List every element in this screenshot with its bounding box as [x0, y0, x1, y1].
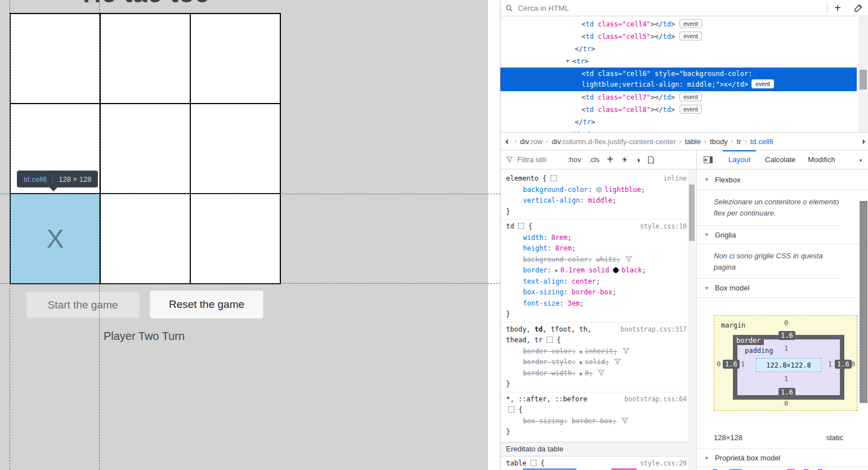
markup-node-tbody-close[interactable]: </tbody>	[500, 128, 858, 132]
board-cell-6-highlighted[interactable]: X	[10, 194, 100, 284]
declaration[interactable]: box-sizing:border-box;	[500, 287, 689, 298]
event-badge[interactable]: event	[751, 79, 774, 88]
board-cell-1[interactable]	[100, 14, 190, 104]
board-cell-0[interactable]	[10, 14, 100, 104]
breadcrumb-item-div-row[interactable]: div.row	[520, 137, 543, 146]
board-cell-5[interactable]	[190, 104, 280, 194]
declaration[interactable]: border:0.1rem solid black;	[500, 265, 689, 276]
padding-top-value[interactable]: 1	[714, 344, 858, 352]
tab-changes[interactable]: Modifich	[808, 150, 835, 169]
tab-layout[interactable]: Layout	[728, 150, 750, 169]
highlight-target-icon[interactable]	[530, 460, 536, 466]
rule-selector[interactable]: elemento	[506, 174, 539, 182]
markup-node-cell7[interactable]: <td class="cell7"></td>event	[500, 91, 858, 104]
declaration-overridden[interactable]: border-width:0;	[500, 368, 689, 379]
collapse-twisty-icon[interactable]	[566, 57, 572, 65]
breadcrumb-item-tbody[interactable]: tbody	[710, 137, 728, 146]
rule-selector[interactable]: td	[506, 222, 514, 230]
filter-unused-icon[interactable]	[614, 359, 621, 365]
filter-unused-icon[interactable]	[598, 370, 605, 376]
event-badge[interactable]: event	[679, 105, 702, 114]
section-header-box-model-properties[interactable]: Proprietà box model	[697, 449, 868, 467]
color-swatch-black[interactable]	[613, 267, 619, 273]
declaration[interactable]: width:8rem;	[500, 232, 689, 244]
highlight-target-icon[interactable]	[547, 337, 553, 343]
breadcrumb-item-tr[interactable]: tr	[737, 137, 741, 146]
markup-node-cell8[interactable]: <td class="cell8"></td>event	[500, 104, 858, 116]
margin-right-value[interactable]: 0	[851, 360, 855, 368]
layout-scrollbar-thumb[interactable]	[860, 201, 867, 403]
markup-node-cell4[interactable]: <td class="cell4"></td>event	[500, 18, 858, 30]
padding-right-value[interactable]: 1	[828, 360, 832, 368]
filter-unused-icon[interactable]	[621, 418, 628, 424]
breadcrumb-item-div-column[interactable]: div.column.d-flex.justify-content-center	[552, 137, 676, 146]
rule-universal[interactable]: *, ::after, ::beforebootstrap.css:64 { b…	[500, 392, 689, 440]
declaration[interactable]: background-color:lightblue;	[500, 185, 689, 196]
eyedropper-icon[interactable]	[848, 0, 868, 16]
all-tabs-chevron-icon[interactable]	[858, 155, 863, 164]
declaration[interactable]: vertical-align:middle;	[500, 195, 689, 207]
rule-source-link[interactable]: bootstrap.css:317	[620, 324, 687, 335]
section-header-flexbox[interactable]: Flexbox	[697, 169, 868, 190]
reset-game-button[interactable]: Reset the game	[150, 290, 263, 319]
event-badge[interactable]: event	[679, 19, 702, 28]
border-left-value[interactable]: 1.6	[723, 360, 740, 369]
event-badge[interactable]: event	[679, 92, 702, 101]
rule-source-link[interactable]: bootstrap.css:64	[624, 394, 687, 405]
filter-unused-icon[interactable]	[625, 256, 632, 262]
filter-styles-input[interactable]	[516, 155, 560, 164]
declaration-overridden[interactable]: border-color:inherit;	[500, 346, 689, 357]
breadcrumb-item-table[interactable]: table	[685, 137, 701, 146]
border-right-value[interactable]: 1.6	[835, 360, 852, 369]
board-cell-8[interactable]	[190, 194, 280, 284]
highlight-target-icon[interactable]	[518, 223, 524, 229]
search-input[interactable]	[517, 3, 827, 13]
declaration[interactable]: font-size:3em;	[500, 298, 689, 310]
declaration-overridden[interactable]: border-style:solid;	[500, 357, 689, 368]
tab-computed[interactable]: Calcolate	[765, 150, 795, 169]
pseudo-class-button[interactable]: :hov	[567, 155, 581, 164]
markup-node-tr-open[interactable]: <tr>	[500, 55, 858, 68]
markup-node-cell6-selected[interactable]: <td class="cell6" style="background-colo…	[500, 68, 857, 91]
box-model-margin-region[interactable]: margin 0 0 0 0 border 1.6 1.6 1.6 1.6 pa…	[714, 315, 857, 411]
breadcrumb-item-td-cell6-selected[interactable]: td.cell6	[750, 137, 773, 146]
rules-scrollbar-thumb[interactable]	[689, 185, 695, 241]
rule-source-link[interactable]: style.css:10	[640, 221, 687, 232]
rules-scrollbar[interactable]	[688, 169, 696, 470]
declaration-overridden[interactable]: box-sizing:border-box;	[500, 416, 689, 427]
margin-top-value[interactable]: 0	[714, 319, 858, 327]
event-badge[interactable]: event	[679, 32, 702, 41]
declaration[interactable]: height:8rem;	[500, 243, 689, 254]
color-swatch-lightblue[interactable]	[596, 187, 602, 193]
class-panel-button[interactable]: .cls	[589, 155, 600, 164]
create-node-button[interactable]	[827, 0, 848, 16]
content-box-size[interactable]: 122.8×122.8	[756, 358, 821, 372]
declaration-overridden[interactable]: background-color:white;	[500, 254, 689, 266]
layout-scrollbar[interactable]	[858, 169, 868, 470]
page-scrollbar[interactable]	[487, 0, 500, 470]
markup-scrollbar[interactable]	[858, 17, 868, 132]
rule-bootstrap-table-elements[interactable]: tbody, td, tfoot, th,bootstrap.css:317 t…	[500, 322, 689, 392]
dark-scheme-icon[interactable]	[636, 155, 640, 164]
board-cell-2[interactable]	[190, 14, 280, 104]
section-header-grid[interactable]: Griglia	[697, 226, 868, 244]
rule-source-link[interactable]: inline	[663, 173, 687, 185]
breadcrumb-back-icon[interactable]: ‹	[505, 136, 509, 147]
start-game-button[interactable]: Start the game	[26, 292, 140, 318]
board-cell-4[interactable]	[100, 104, 190, 194]
markup-node-tr-close[interactable]: </tr>	[500, 43, 858, 55]
padding-left-value[interactable]: 1	[741, 360, 745, 368]
breadcrumb-forward-icon[interactable]: ›	[862, 136, 865, 147]
rule-source-link[interactable]: style.css:20	[640, 458, 687, 469]
rule-element-inline[interactable]: elemento{inline background-color:lightbl…	[500, 172, 689, 219]
border-top-value[interactable]: 1.6	[778, 331, 795, 340]
board-cell-7[interactable]	[100, 194, 190, 284]
border-bottom-value[interactable]: 1.6	[778, 388, 795, 397]
markup-node-cell5[interactable]: <td class="cell5"></td>event	[500, 30, 858, 43]
add-rule-button[interactable]	[607, 153, 614, 166]
padding-bottom-value[interactable]: 1	[714, 375, 858, 383]
filter-unused-icon[interactable]	[623, 348, 629, 354]
section-header-box-model[interactable]: Box model	[697, 279, 868, 298]
light-scheme-icon[interactable]	[621, 155, 628, 165]
margin-bottom-value[interactable]: 0	[714, 400, 858, 408]
